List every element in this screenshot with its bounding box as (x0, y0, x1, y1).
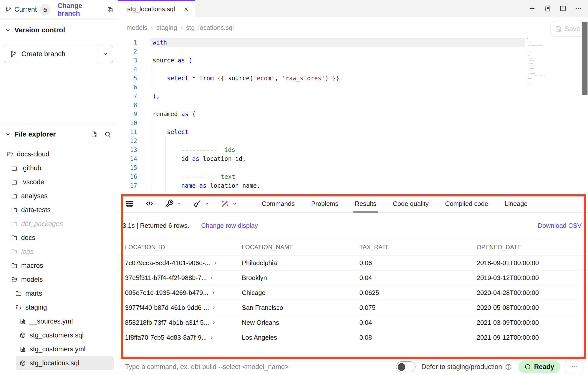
create-branch-label: Create branch (21, 50, 65, 58)
cell-location-name: San Francisco (242, 304, 359, 312)
change-branch-link[interactable]: Change branch (58, 2, 104, 17)
command-bar: Type a command, ex. dbt build --select <… (118, 359, 588, 375)
help-icon[interactable] (505, 363, 512, 370)
chevron-down-icon[interactable] (232, 201, 237, 206)
file-tree-item-dbt-packages[interactable]: dbt_packages (0, 217, 118, 231)
chevron-right-icon[interactable] (211, 305, 216, 310)
code-text: ) (527, 81, 527, 83)
editor-scrollbar[interactable] (582, 22, 588, 95)
column-header: TAX_RATE (359, 244, 477, 251)
code-lines[interactable]: 1with23source as (45 select * from {{ so… (118, 38, 588, 190)
command-more-button[interactable] (565, 360, 583, 374)
file-tree-item-stg-customers-sql[interactable]: stg_customers.sql (0, 328, 118, 342)
indent-guide (151, 137, 151, 145)
results-table: LOCATION_IDLOCATION_NAMETAX_RATEOPENED_D… (118, 239, 588, 345)
split-pane-icon[interactable] (559, 5, 567, 12)
search-icon[interactable] (104, 131, 111, 138)
chevron-down-icon[interactable] (204, 201, 210, 206)
folder-open-icon (7, 151, 13, 158)
file-tree-item-analyses[interactable]: analyses (0, 189, 118, 203)
cell-location-id: 7c079cea-5ed4-4101-906e-... (125, 259, 242, 267)
folder-icon (11, 234, 18, 241)
breadcrumb-item[interactable]: models (126, 24, 147, 32)
cell-tax-rate: 0.04 (359, 319, 477, 327)
file-tree-item--github[interactable]: .github (0, 161, 118, 175)
version-control-header[interactable]: Version control (0, 24, 118, 36)
create-branch-button[interactable]: Create branch (4, 45, 113, 63)
cell-location-id: 37e5f311-b7f4-4f2f-988b-7... (125, 274, 242, 282)
code-text: {{ dbt.date_trunc('day', 'opened_at') }}… (527, 74, 546, 76)
ready-status-badge[interactable]: Ready (518, 360, 560, 373)
code-line: renamed as ( (527, 51, 580, 53)
code-line: 12 (118, 137, 588, 145)
more-options-icon[interactable] (575, 5, 582, 12)
panel-tab-commands[interactable]: Commands (262, 195, 295, 213)
code-view-icon[interactable] (145, 199, 154, 208)
copy-icon[interactable] (107, 6, 113, 13)
file-tree-item-staging[interactable]: staging (0, 300, 118, 314)
file-tree-item-stg-customers-yml[interactable]: stg_customers.yml (0, 342, 118, 356)
column-header: OPENED_DATE (477, 244, 588, 251)
file-tree-item-label: .github (21, 164, 41, 172)
table-view-icon[interactable] (125, 199, 134, 208)
code-line: ), (527, 48, 580, 49)
file-tree-item-macros[interactable]: macros (0, 259, 118, 273)
command-input[interactable]: Type a command, ex. dbt build --select <… (125, 363, 396, 371)
minimap[interactable]: withsource as ( select * from {{ source(… (527, 38, 580, 120)
defer-toggle[interactable] (396, 361, 416, 372)
build-wrench-icon[interactable] (165, 199, 174, 208)
cell-location-name: Brooklyn (242, 274, 359, 282)
indent-guide (151, 74, 151, 83)
panel-tab-lineage[interactable]: Lineage (504, 195, 528, 213)
breadcrumb-item[interactable]: staging (156, 24, 177, 32)
file-tree-item-docs-cloud[interactable]: docs-cloud (0, 147, 118, 161)
code-line (527, 49, 580, 51)
code-line: with (527, 38, 580, 40)
code-line: 15 (118, 163, 588, 172)
file-tree-item-data-tests[interactable]: data-tests (0, 203, 118, 217)
file-tree-item-stg-locations-sql[interactable]: stg_locations.sql (16, 356, 114, 370)
line-number: 10 (118, 119, 137, 128)
file-tree-item--vscode[interactable]: .vscode (0, 175, 118, 189)
panel-tab-code-quality[interactable]: Code quality (393, 195, 429, 213)
chevron-right-icon[interactable] (209, 335, 214, 340)
indent-guide (151, 172, 151, 181)
save-button[interactable]: Save (550, 21, 585, 37)
code-text: ---------- numerics (527, 68, 534, 69)
new-file-icon[interactable] (90, 131, 98, 138)
chevron-right-icon[interactable] (209, 276, 214, 281)
file-tree-item--sources-yml[interactable]: __sources.yml (0, 314, 118, 328)
editor-tab-stg-locations[interactable]: stg_locations.sql (118, 0, 195, 17)
create-branch-dropdown[interactable] (98, 45, 113, 63)
close-icon[interactable] (183, 6, 189, 12)
code-editor[interactable]: models›staging›stg_locations.sql Save 1w… (118, 17, 588, 195)
new-tab-icon[interactable] (528, 5, 536, 12)
code-line (527, 40, 580, 41)
file-tree-item-models[interactable]: models (0, 273, 118, 286)
file-tree-item-marts[interactable]: marts (0, 286, 118, 300)
notebook-icon[interactable] (544, 5, 551, 12)
table-row: 3977f440-b87d-461b-9dd6-...San Francisco… (118, 300, 588, 315)
chevron-right-icon[interactable] (211, 320, 216, 325)
line-number: 3 (118, 56, 137, 65)
file-tree-item-docs[interactable]: docs (0, 231, 118, 245)
chevron-right-icon[interactable] (211, 290, 216, 295)
chevron-right-icon[interactable] (213, 261, 218, 266)
download-csv-link[interactable]: Download CSV (538, 222, 582, 230)
chevron-down-icon[interactable] (176, 201, 182, 206)
line-number: 6 (118, 83, 137, 92)
line-number: 1 (118, 38, 137, 47)
lint-broom-icon[interactable] (193, 199, 202, 208)
results-info-bar: 3.1s | Returned 6 rows. Change row displ… (118, 213, 588, 239)
magic-wand-icon[interactable] (220, 199, 229, 208)
panel-tab-results[interactable]: Results (355, 195, 377, 213)
change-row-display-link[interactable]: Change row display (201, 222, 258, 230)
panel-tab-compiled-code[interactable]: Compiled code (445, 195, 488, 213)
breadcrumb-item[interactable]: stg_locations.sql (186, 24, 234, 32)
status-circle-icon (524, 364, 531, 370)
file-explorer-header[interactable]: File explorer (0, 128, 118, 141)
code-text: ), (527, 48, 527, 49)
indent-guide (151, 163, 151, 172)
panel-tab-problems[interactable]: Problems (311, 195, 338, 213)
file-tree-item-logs[interactable]: logs (0, 245, 118, 259)
